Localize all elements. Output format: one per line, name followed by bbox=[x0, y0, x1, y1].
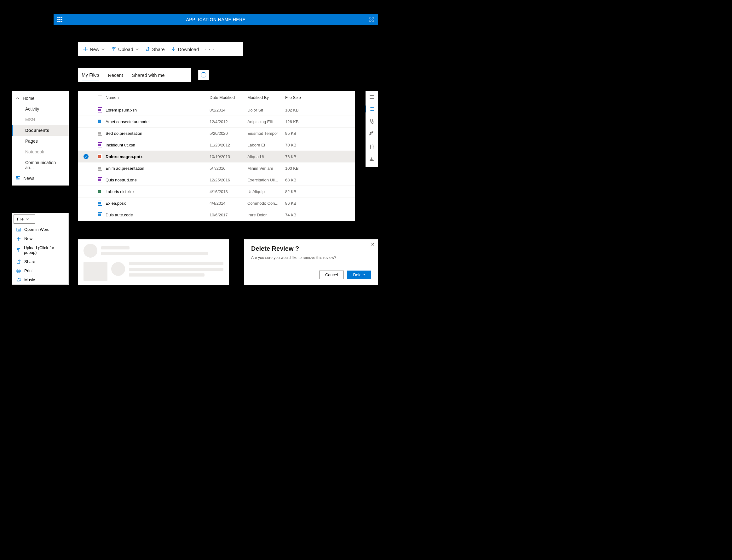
nav-news[interactable]: News bbox=[12, 173, 69, 184]
column-by[interactable]: Modified By bbox=[247, 95, 285, 100]
file-date: 5/20/2020 bbox=[209, 131, 247, 136]
file-menu: File WOpen in WordNewUpload (Click for p… bbox=[12, 213, 69, 285]
file-by: Exercitation Ull... bbox=[247, 178, 285, 182]
file-by: Minim Veniam bbox=[247, 166, 285, 171]
sort-asc-icon: ↑ bbox=[117, 95, 120, 100]
rail-stethoscope[interactable] bbox=[365, 117, 378, 125]
spinner-icon bbox=[201, 72, 206, 78]
music-icon bbox=[16, 278, 21, 282]
file-size: 74 KB bbox=[285, 213, 317, 217]
table-row[interactable]: Ex ea.ppsx4/4/2014Commodo Con...86 KB bbox=[78, 197, 355, 209]
file-size: 86 KB bbox=[285, 201, 317, 206]
table-row[interactable]: Duis aute.code10/6/2017Irure Dolor74 KB bbox=[78, 209, 355, 221]
table-row[interactable]: Lorem ipsum.xsn8/1/2014Dolor Sit102 KB bbox=[78, 104, 355, 116]
rail-braces[interactable]: { } bbox=[365, 143, 378, 150]
column-icon[interactable] bbox=[94, 95, 106, 100]
nav-item-documents[interactable]: Documents bbox=[12, 125, 69, 136]
chevron-up-icon bbox=[16, 97, 20, 100]
delete-button[interactable]: Delete bbox=[347, 271, 371, 279]
print-icon bbox=[16, 269, 21, 273]
menu-item-share[interactable]: Share bbox=[12, 257, 68, 266]
app-header: APPLICATION NAME HERE bbox=[54, 14, 378, 25]
file-menu-button[interactable]: File bbox=[14, 214, 35, 224]
column-size[interactable]: File Size bbox=[285, 95, 317, 100]
file-size: 68 KB bbox=[285, 178, 317, 182]
menu-item-music[interactable]: Music bbox=[12, 275, 68, 284]
menu-item-plus[interactable]: New bbox=[12, 234, 68, 243]
right-rail: { } bbox=[365, 91, 378, 167]
shimmer-placeholder bbox=[78, 239, 229, 285]
table-row[interactable]: Sed do.presentation5/20/2020Eiusmod Temp… bbox=[78, 128, 355, 139]
file-icon bbox=[98, 131, 102, 136]
file-date: 10/10/2013 bbox=[209, 154, 247, 159]
file-date: 5/7/2016 bbox=[209, 166, 247, 171]
file-by: Aliqua Ut bbox=[247, 154, 285, 159]
download-label: Download bbox=[178, 47, 199, 52]
file-date: 12/25/2016 bbox=[209, 178, 247, 182]
menu-item-word[interactable]: WOpen in Word bbox=[12, 225, 68, 234]
left-nav: Home ActivityMSNDocumentsPagesNotebookCo… bbox=[12, 91, 69, 186]
rail-chart[interactable] bbox=[365, 155, 378, 162]
table-row[interactable]: Laboris nisi.xlsx4/16/2013Ut Aliquip82 K… bbox=[78, 186, 355, 197]
svg-point-18 bbox=[372, 134, 373, 134]
rail-list[interactable] bbox=[365, 106, 378, 112]
svg-point-16 bbox=[370, 110, 371, 111]
upload-icon bbox=[111, 47, 116, 52]
nav-item-communication-an-[interactable]: Communication an... bbox=[12, 157, 69, 173]
close-icon[interactable]: ✕ bbox=[371, 242, 375, 247]
table-row[interactable]: ✓Dolore magna.potx10/10/2013Aliqua Ut76 … bbox=[78, 151, 355, 163]
table-row[interactable]: Amet consectetur.model12/4/2012Adipiscin… bbox=[78, 116, 355, 128]
menu-item-print[interactable]: Print bbox=[12, 266, 68, 275]
nav-home[interactable]: Home bbox=[12, 93, 69, 104]
tab-strip: My FilesRecentShared with me bbox=[78, 68, 191, 82]
file-menu-label: File bbox=[17, 217, 24, 221]
share-button[interactable]: Share bbox=[143, 45, 167, 54]
file-size: 102 KB bbox=[285, 108, 317, 112]
menu-item-upload[interactable]: Upload (Click for popup) bbox=[12, 243, 68, 257]
cancel-button[interactable]: Cancel bbox=[319, 271, 344, 279]
nav-item-pages[interactable]: Pages bbox=[12, 136, 69, 146]
more-button[interactable]: · · · bbox=[203, 47, 217, 52]
file-name: Lorem ipsum.xsn bbox=[106, 108, 209, 112]
file-name: Quis nostrud.one bbox=[106, 178, 209, 182]
rail-broadcast[interactable] bbox=[365, 130, 378, 138]
file-icon bbox=[98, 212, 102, 217]
table-row[interactable]: Incididunt ut.xsn11/23/2012Labore Et70 K… bbox=[78, 139, 355, 151]
new-button[interactable]: New bbox=[80, 45, 107, 54]
file-by: Dolor Sit bbox=[247, 108, 285, 112]
nav-news-label: News bbox=[23, 176, 34, 181]
column-name[interactable]: Name ↑ bbox=[106, 95, 209, 100]
file-by: Eiusmod Tempor bbox=[247, 131, 285, 136]
file-icon bbox=[98, 166, 102, 171]
chevron-down-icon bbox=[101, 47, 105, 51]
file-name: Dolore magna.potx bbox=[106, 154, 209, 159]
file-icon bbox=[98, 154, 102, 159]
nav-item-notebook: Notebook bbox=[12, 146, 69, 157]
file-date: 11/23/2012 bbox=[209, 143, 247, 147]
dialog-body: Are you sure you would like to remove th… bbox=[251, 255, 371, 260]
share-label: Share bbox=[152, 47, 165, 52]
tab-my-files[interactable]: My Files bbox=[82, 69, 99, 81]
file-size: 95 KB bbox=[285, 131, 317, 136]
svg-point-0 bbox=[371, 19, 373, 20]
table-row[interactable]: Quis nostrud.one12/25/2016Exercitation U… bbox=[78, 174, 355, 186]
settings-icon[interactable] bbox=[369, 17, 375, 22]
nav-items: ActivityMSNDocumentsPagesNotebookCommuni… bbox=[12, 104, 69, 173]
tab-recent[interactable]: Recent bbox=[108, 69, 123, 81]
rail-hamburger[interactable] bbox=[365, 94, 378, 100]
dialog-title: Delete Review ? bbox=[251, 245, 371, 252]
tab-shared-with-me[interactable]: Shared with me bbox=[132, 69, 164, 81]
share-icon bbox=[16, 260, 21, 264]
waffle-icon[interactable] bbox=[57, 17, 62, 22]
table-row[interactable]: Enim ad.presentation5/7/2016Minim Veniam… bbox=[78, 163, 355, 174]
file-name: Amet consectetur.model bbox=[106, 119, 209, 124]
new-label: New bbox=[90, 47, 99, 52]
svg-point-14 bbox=[370, 107, 371, 108]
download-button[interactable]: Download bbox=[169, 45, 202, 54]
upload-button[interactable]: Upload bbox=[109, 45, 141, 54]
column-date[interactable]: Date Modified bbox=[209, 95, 247, 100]
plus-icon bbox=[16, 237, 21, 241]
chevron-down-icon bbox=[135, 47, 139, 51]
file-icon bbox=[98, 142, 102, 147]
nav-item-activity[interactable]: Activity bbox=[12, 104, 69, 114]
